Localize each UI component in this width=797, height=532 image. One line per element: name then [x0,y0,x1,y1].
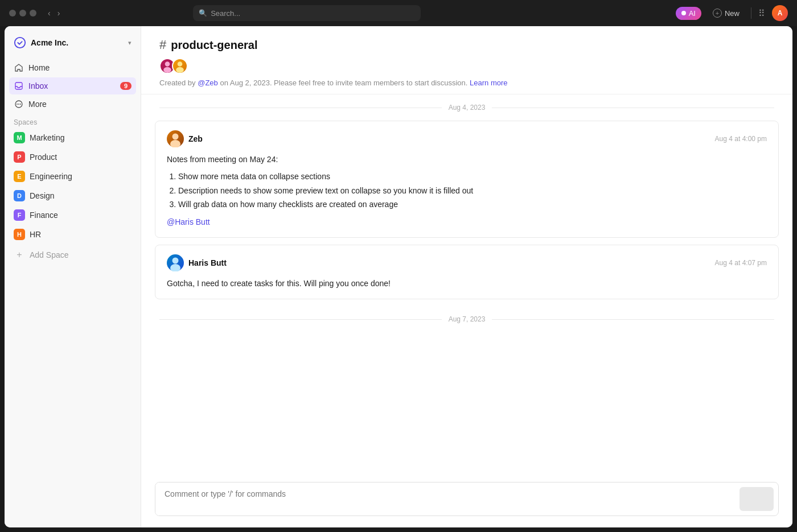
channel-title-row: # product-general [159,38,774,52]
add-space-icon: + [14,249,25,261]
avatar-haris [167,254,184,271]
author-haris: Haris Butt [188,258,227,267]
svg-point-4 [18,104,19,105]
new-button[interactable]: + New [708,6,744,20]
sidebar-item-marketing[interactable]: M Marketing [9,129,136,147]
design-label: Design [30,191,55,200]
engineering-label: Engineering [30,172,72,181]
svg-point-3 [17,104,18,105]
svg-point-6 [165,61,170,67]
author-zeb: Zeb [188,134,203,143]
marketing-label: Marketing [30,133,64,142]
creator-mention[interactable]: @Zeb [198,79,218,87]
add-space-button[interactable]: + Add Space [9,246,136,264]
comment-input-wrap [155,482,779,516]
avatar-zeb [167,130,184,147]
svg-point-8 [178,61,183,67]
ai-button[interactable]: AI [676,7,701,20]
forward-arrow[interactable]: › [55,7,63,19]
svg-point-12 [172,257,179,263]
channel-name: product-general [171,39,257,52]
hr-label: HR [30,230,41,239]
add-space-label: Add Space [30,250,69,259]
dot-green[interactable] [30,10,36,17]
svg-point-0 [15,38,25,48]
svg-point-10 [172,134,179,140]
more-icon [14,99,24,109]
channel-description: Created by @Zeb on Aug 2, 2023. Please f… [159,79,774,87]
list-item-1: Show more meta data on collapse sections [178,170,767,183]
svg-point-9 [176,67,184,73]
product-icon: P [14,151,25,163]
grid-icon[interactable]: ⠿ [758,8,765,19]
workspace-logo-icon [14,36,26,49]
sidebar-item-inbox[interactable]: Inbox 9 [9,77,136,94]
date-divider-aug4: Aug 4, 2023 [141,94,792,121]
sidebar-item-finance[interactable]: F Finance [9,206,136,224]
mention-haris[interactable]: @Haris Butt [167,217,210,226]
learn-more-link[interactable]: Learn more [470,79,507,87]
message-card-zeb: Zeb Aug 4 at 4:00 pm Notes from meeting … [155,121,779,238]
home-label: Home [28,63,50,72]
inbox-badge: 9 [120,82,132,90]
new-icon: + [713,9,722,18]
message-list-zeb: Show more meta data on collapse sections… [167,170,767,211]
dot-yellow[interactable] [19,10,26,17]
sidebar-item-design[interactable]: D Design [9,187,136,205]
ai-dot-icon [681,11,686,15]
message-header-haris: Haris Butt Aug 4 at 4:07 pm [167,254,767,271]
content-area: # product-general [141,26,792,527]
list-item-3: Will grab data on how many checklists ar… [178,198,767,211]
marketing-icon: M [14,132,25,143]
channel-member-avatars [159,58,184,74]
description-prefix: Created by [159,79,198,87]
messages-area: Aug 4, 2023 Zeb Aug 4 at 4:00 pm N [141,94,792,473]
dot-red[interactable] [9,10,16,17]
user-avatar[interactable]: A [772,5,788,21]
divider-line-right-2 [492,319,774,320]
description-suffix: on Aug 2, 2023. Please feel free to invi… [218,79,468,87]
comment-area [141,473,792,527]
date-label-aug7: Aug 7, 2023 [449,315,486,323]
sidebar-item-home[interactable]: Home [9,59,136,76]
divider-line-left [159,108,442,108]
sidebar: Acme Inc. ▾ Home Inbox 9 [5,26,141,527]
message-intro-zeb: Notes from meeting on May 24: [167,153,767,166]
comment-submit-button[interactable] [740,487,774,511]
search-icon: 🔍 [199,9,207,17]
main-layout: Acme Inc. ▾ Home Inbox 9 [5,26,792,527]
engineering-icon: E [14,171,25,182]
sidebar-item-product[interactable]: P Product [9,148,136,166]
hr-icon: H [14,229,25,240]
workspace-name: Acme Inc. [31,38,68,47]
message-header-zeb: Zeb Aug 4 at 4:00 pm [167,130,767,147]
sidebar-item-engineering[interactable]: E Engineering [9,167,136,185]
comment-input[interactable] [155,482,740,515]
message-card-haris: Haris Butt Aug 4 at 4:07 pm Gotcha, I ne… [155,245,779,299]
workspace-chevron-icon: ▾ [128,39,132,47]
more-label: More [28,100,47,109]
search-bar[interactable]: 🔍 Search... [193,5,421,21]
svg-point-11 [170,140,180,147]
channel-header: # product-general [141,26,792,94]
svg-rect-1 [15,83,22,89]
date-label-aug4: Aug 4, 2023 [449,104,486,112]
message-body-haris: Gotcha, I need to create tasks for this.… [167,277,767,290]
sidebar-item-more[interactable]: More [9,96,136,113]
sidebar-item-hr[interactable]: H HR [9,225,136,244]
channel-avatar-2 [172,58,188,74]
svg-point-13 [170,264,180,271]
back-arrow[interactable]: ‹ [46,7,53,19]
time-zeb: Aug 4 at 4:00 pm [715,135,767,143]
finance-icon: F [14,209,25,221]
topbar-right: AI + New ⠿ A [676,5,788,21]
window-controls [9,10,36,17]
product-label: Product [30,152,57,162]
spaces-header: Spaces [9,114,136,129]
divider-line-right [492,108,774,108]
nav-arrows: ‹ › [46,7,62,19]
haris-message-text: Gotcha, I need to create tasks for this.… [167,277,767,290]
inbox-icon [14,81,24,91]
message-body-zeb: Notes from meeting on May 24: Show more … [167,153,767,228]
workspace-header[interactable]: Acme Inc. ▾ [9,33,136,52]
